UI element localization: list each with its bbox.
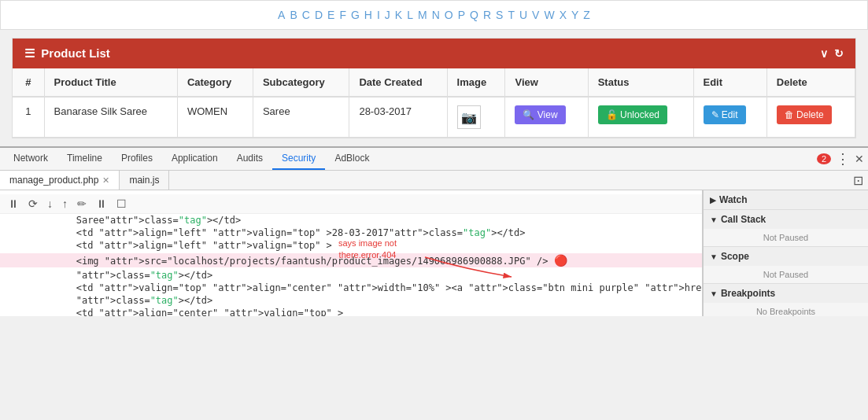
- alphabet-letter-e[interactable]: E: [327, 9, 334, 21]
- right-section-content: No Breakpoints: [704, 303, 868, 316]
- col-header-image: Image: [447, 68, 505, 97]
- right-section-header-call stack[interactable]: ▼Call Stack: [704, 210, 868, 229]
- right-section-header-watch[interactable]: ▶Watch: [704, 190, 868, 209]
- alphabet-letter-t[interactable]: T: [508, 9, 515, 21]
- code-line-0: Saree"attr">class="tag"></td>: [0, 214, 702, 227]
- code-line-6: "attr">class="tag"></td>: [0, 269, 702, 282]
- code-panel: ⏸ ⟳ ↓ ↑ ✏ ⏸ ☐ says image notthere.error …: [0, 190, 703, 316]
- alphabet-letter-g[interactable]: G: [351, 9, 360, 21]
- alphabet-letter-p[interactable]: P: [458, 9, 465, 21]
- alphabet-letter-a[interactable]: A: [278, 9, 285, 21]
- pause-resume-btn[interactable]: ⏸: [5, 196, 22, 212]
- right-sections: ▶Watch▼Call StackNot Paused▼ScopeNot Pau…: [704, 190, 868, 316]
- col-header-status: Status: [588, 68, 693, 97]
- right-section-breakpoints: ▼BreakpointsNo Breakpoints: [704, 284, 868, 316]
- alphabet-letter-x[interactable]: X: [560, 9, 567, 21]
- right-section-header-scope[interactable]: ▼Scope: [704, 247, 868, 266]
- devtools-tab-application[interactable]: Application: [162, 148, 227, 170]
- alphabet-letter-f[interactable]: F: [339, 9, 346, 21]
- devtools-tab-security[interactable]: Security: [272, 148, 325, 170]
- right-section-watch: ▶Watch: [704, 190, 868, 210]
- alphabet-letter-c[interactable]: C: [302, 9, 310, 21]
- section-arrow-icon: ▶: [710, 196, 716, 204]
- code-line-9: <td "attr">align="center" "attr">valign=…: [0, 307, 702, 316]
- code-line-7: <td "attr">valign="top" "attr">align="ce…: [0, 282, 702, 294]
- devtools-panel: NetworkTimelineProfilesApplicationAudits…: [0, 146, 868, 316]
- devtools-tab-network[interactable]: Network: [4, 148, 57, 170]
- alphabet-letter-n[interactable]: N: [432, 9, 440, 21]
- alphabet-letter-d[interactable]: D: [315, 9, 323, 21]
- product-list-header: ☰ Product List ∨ ↻: [13, 39, 855, 68]
- devtools-tab-adblock[interactable]: AdBlock: [325, 148, 379, 170]
- alphabet-letter-o[interactable]: O: [445, 9, 453, 21]
- step-out-btn[interactable]: ↑: [59, 196, 71, 212]
- status-button[interactable]: 🔓 Unlocked: [598, 105, 667, 124]
- product-subcategory: Saree: [253, 97, 349, 138]
- code-line-4: <img "attr">src="localhost/projects/faan…: [0, 253, 702, 267]
- section-label: Call Stack: [721, 214, 766, 225]
- product-list-panel: ☰ Product List ∨ ↻ #Product TitleCategor…: [12, 38, 856, 138]
- alphabet-letter-l[interactable]: L: [407, 9, 413, 21]
- alphabet-letter-s[interactable]: S: [496, 9, 503, 21]
- alphabet-letter-q[interactable]: Q: [470, 9, 478, 21]
- devtools-tab-profiles[interactable]: Profiles: [112, 148, 162, 170]
- product-list-title: ☰ Product List: [24, 46, 110, 61]
- devtools-tabs-bar: NetworkTimelineProfilesApplicationAudits…: [0, 148, 868, 171]
- close-devtools-icon[interactable]: ✕: [855, 153, 864, 165]
- alphabet-letter-i[interactable]: I: [377, 9, 380, 21]
- code-line-2: <td "attr">align="left" "attr">valign="t…: [0, 239, 702, 252]
- alphabet-letter-y[interactable]: Y: [571, 9, 578, 21]
- alphabet-letter-j[interactable]: J: [385, 9, 390, 21]
- table-body: 1Banarase Silk SareeWOMENSaree28-03-2017…: [13, 97, 855, 138]
- alphabet-letter-w[interactable]: W: [544, 9, 554, 21]
- error-icon: 🔴: [554, 254, 567, 267]
- devtools-tab-audits[interactable]: Audits: [227, 148, 272, 170]
- devtools-tab-list: NetworkTimelineProfilesApplicationAudits…: [4, 148, 379, 170]
- section-label: Breakpoints: [721, 288, 775, 299]
- product-image: 📷: [447, 97, 505, 138]
- product-status-cell: 🔓 Unlocked: [588, 97, 693, 138]
- alphabet-letter-z[interactable]: Z: [583, 9, 590, 21]
- async-btn[interactable]: ☐: [113, 196, 130, 212]
- more-options-icon[interactable]: ⋮: [836, 150, 850, 168]
- header-actions: ∨ ↻: [820, 47, 844, 60]
- section-label: Scope: [721, 251, 749, 262]
- alphabet-letter-h[interactable]: H: [364, 9, 372, 21]
- code-line-1: <td "attr">align="left" "attr">valign="t…: [0, 227, 702, 239]
- col-header-delete: Delete: [766, 68, 855, 97]
- step-into-btn[interactable]: ↓: [44, 196, 56, 212]
- alphabet-letter-b[interactable]: B: [290, 9, 297, 21]
- alphabet-letter-k[interactable]: K: [395, 9, 402, 21]
- row-num: 1: [13, 97, 44, 138]
- product-category: WOMEN: [177, 97, 253, 138]
- alphabet-letter-m[interactable]: M: [418, 9, 427, 21]
- alphabet-nav: ABCDEFGHIJKLMNOPQRSTUVWXYZ: [0, 0, 868, 30]
- file-tab-manage_product_php[interactable]: manage_product.php ✕: [0, 171, 120, 190]
- right-section-header-breakpoints[interactable]: ▼Breakpoints: [704, 284, 868, 303]
- product-table: #Product TitleCategorySubcategoryDate Cr…: [13, 68, 855, 138]
- pause-on-exceptions-btn[interactable]: ⏸: [93, 196, 110, 212]
- devtools-tab-timeline[interactable]: Timeline: [57, 148, 112, 170]
- col-header-view: View: [505, 68, 588, 97]
- image-placeholder-icon: 📷: [457, 105, 481, 129]
- view-button[interactable]: 🔍 View: [515, 105, 565, 124]
- delete-button[interactable]: 🗑 Delete: [777, 105, 832, 124]
- format-icon[interactable]: ⊡: [853, 173, 863, 188]
- alphabet-letter-v[interactable]: V: [532, 9, 539, 21]
- alphabet-links[interactable]: ABCDEFGHIJKLMNOPQRSTUVWXYZ: [275, 9, 593, 21]
- alphabet-letter-r[interactable]: R: [483, 9, 491, 21]
- file-tabs-bar: manage_product.php ✕main.js ⊡: [0, 171, 868, 190]
- product-date: 28-03-2017: [349, 97, 447, 138]
- file-tab-main_js[interactable]: main.js: [120, 171, 169, 190]
- edit-button[interactable]: ✎ Edit: [704, 105, 746, 124]
- section-arrow-icon: ▼: [710, 216, 718, 224]
- col-header-#: #: [13, 68, 44, 97]
- refresh-icon[interactable]: ↻: [834, 47, 844, 60]
- alphabet-letter-u[interactable]: U: [519, 9, 527, 21]
- collapse-icon[interactable]: ∨: [820, 47, 828, 60]
- step-over-btn[interactable]: ⟳: [25, 196, 41, 212]
- table-row: 1Banarase Silk SareeWOMENSaree28-03-2017…: [13, 97, 855, 138]
- col-header-product-title: Product Title: [44, 68, 177, 97]
- deactivate-breakpoints-btn[interactable]: ✏: [74, 196, 90, 212]
- close-tab-icon[interactable]: ✕: [102, 175, 109, 186]
